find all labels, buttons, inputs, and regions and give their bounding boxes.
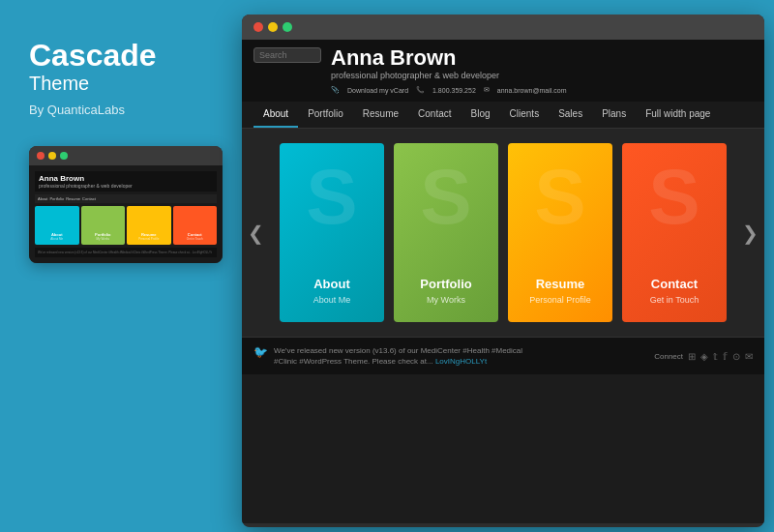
small-header: Anna Brown professional photographer & w… (35, 171, 217, 192)
small-card-about: About About Me (35, 206, 79, 245)
small-cards: About About Me Portfolio My Works Resume… (35, 206, 217, 245)
email-icon: ✉ (484, 86, 490, 94)
small-dot-yellow (48, 152, 56, 160)
large-dot-green (283, 22, 292, 32)
large-dot-red (253, 22, 263, 32)
instagram-icon[interactable]: ⊙ (732, 351, 740, 362)
small-card-portfolio: Portfolio My Works (81, 206, 126, 245)
lp-header: Anna Brown professional photographer & w… (242, 40, 764, 102)
small-nav-contact: Contact (82, 196, 96, 201)
vcard-icon: 📎 (331, 86, 340, 94)
lp-card-contact[interactable]: Contact Get in Touch (622, 143, 727, 322)
twitter-icon[interactable]: 𝕥 (713, 351, 718, 362)
lp-nav-clients[interactable]: Clients (500, 102, 550, 128)
lp-person-tagline: professional photographer & web develope… (331, 71, 753, 80)
small-dot-green (60, 152, 68, 160)
contact-phone: 1.800.359.252 (432, 87, 476, 94)
lp-card-resume[interactable]: Resume Personal Profile (508, 143, 612, 322)
theme-subtitle: Theme (29, 73, 203, 95)
lp-person-name: Anna Brown (331, 47, 753, 69)
large-dot-yellow (268, 22, 278, 32)
lp-footer-connect: Connect ⊞ ◈ 𝕥 𝕗 ⊙ ✉ (654, 351, 753, 362)
lp-nav-contact[interactable]: Contact (408, 102, 461, 128)
small-nav-portfolio: Portfolio (49, 196, 64, 201)
small-person-name: Anna Brown (39, 174, 213, 183)
small-preview-content: Anna Brown professional photographer & w… (29, 165, 223, 263)
lp-arrow-right[interactable]: ❯ (742, 222, 759, 245)
theme-author: By QuanticaLabs (29, 103, 203, 117)
small-dot-red (37, 152, 45, 160)
lp-card-portfolio[interactable]: Portfolio My Works (394, 143, 498, 322)
lp-contact-info: 📎 Download my vCard 📞 1.800.359.252 ✉ an… (331, 86, 753, 94)
facebook-icon[interactable]: 𝕗 (723, 351, 728, 362)
lp-nav-plans[interactable]: Plans (592, 102, 636, 128)
lp-card-contact-sub: Get in Touch (650, 295, 699, 305)
connect-label: Connect (654, 352, 683, 361)
lp-arrow-left[interactable]: ❮ (248, 222, 264, 245)
small-preview-window: Anna Brown professional photographer & w… (29, 146, 223, 263)
lp-nav-portfolio[interactable]: Portfolio (298, 102, 353, 128)
lp-footer: 🐦 We've released new version (v13.6) of … (242, 337, 764, 374)
lp-cards-area: ❮ About About Me Portfolio My Works Resu… (242, 129, 764, 337)
tweet-content: We've released new version (v13.6) of ou… (274, 345, 525, 367)
small-footer: We've released new version (v13.6) of ou… (35, 248, 217, 257)
lp-card-resume-title: Resume (536, 277, 585, 291)
small-card-resume-sub: Personal Profile (138, 237, 159, 241)
lp-nav-sales[interactable]: Sales (549, 102, 592, 128)
large-titlebar (242, 15, 764, 40)
theme-title: Cascade (29, 39, 203, 73)
small-card-portfolio-sub: My Works (97, 237, 109, 241)
lp-name-block: Anna Brown professional photographer & w… (321, 47, 753, 94)
lp-card-about-title: About (313, 277, 350, 291)
large-preview-body: Anna Brown professional photographer & w… (242, 40, 764, 523)
lp-nav-fullwidth[interactable]: Full width page (636, 102, 720, 128)
lp-card-about[interactable]: About About Me (280, 143, 384, 322)
small-nav-resume: Resume (66, 196, 80, 201)
tweet-link[interactable]: LovINgHOLLYt (435, 357, 487, 366)
twitter-bird-icon: 🐦 (253, 345, 268, 359)
small-nav-about: About (38, 196, 47, 201)
small-nav: About Portfolio Resume Contact (35, 194, 217, 203)
large-preview-window: Anna Brown professional photographer & w… (242, 15, 764, 527)
small-card-resume: Resume Personal Profile (127, 206, 171, 245)
small-card-contact-sub: Get in Touch (187, 237, 203, 241)
lp-search-input[interactable] (253, 47, 321, 63)
feed-icon[interactable]: ◈ (700, 351, 708, 362)
phone-icon: 📞 (416, 86, 425, 94)
lp-card-contact-title: Contact (651, 277, 698, 291)
lp-nav-blog[interactable]: Blog (461, 102, 500, 128)
lp-nav-about[interactable]: About (253, 102, 298, 128)
lp-card-portfolio-title: Portfolio (420, 277, 471, 291)
lp-nav-resume[interactable]: Resume (353, 102, 408, 128)
lp-footer-tweet: 🐦 We've released new version (v13.6) of … (253, 345, 654, 367)
small-card-contact: Contact Get in Touch (173, 206, 218, 245)
small-card-about-sub: About Me (50, 237, 63, 241)
small-titlebar (29, 146, 223, 165)
lp-card-about-sub: About Me (313, 295, 351, 305)
lp-card-portfolio-sub: My Works (427, 295, 465, 305)
small-person-tagline: professional photographer & web develope… (39, 183, 213, 189)
mail-icon[interactable]: ✉ (745, 351, 753, 362)
contact-email: anna.brown@mail.com (497, 87, 567, 94)
vcard-label: Download my vCard (347, 87, 408, 94)
lp-nav: About Portfolio Resume Contact Blog Clie… (242, 102, 764, 129)
left-panel: Cascade Theme By QuanticaLabs Anna Brown… (0, 0, 232, 532)
lp-card-resume-sub: Personal Profile (529, 295, 591, 305)
rss-icon[interactable]: ⊞ (688, 351, 696, 362)
